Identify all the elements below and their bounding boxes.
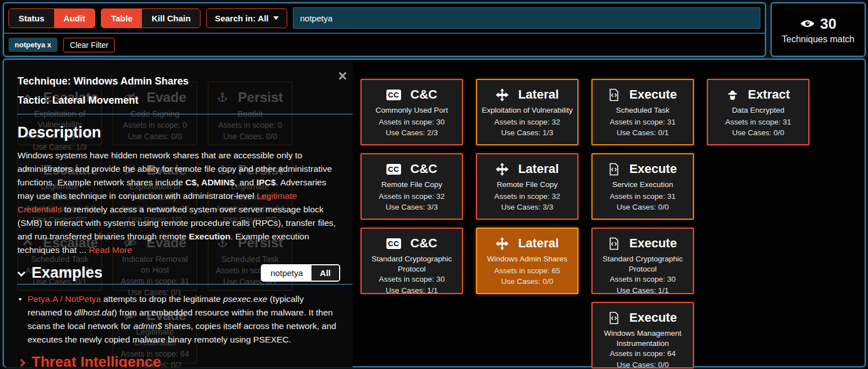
assets-in-scope: Assets in scope: 65: [494, 265, 560, 277]
kill-chain-tab[interactable]: Kill Chain: [142, 9, 200, 28]
assets-in-scope: Assets in scope: 32: [379, 191, 444, 202]
assets-in-scope: Assets in scope: 31: [609, 191, 675, 202]
card-category: Execute: [629, 310, 676, 325]
technique-card[interactable]: LateralExploitation of VulnerabilityAsse…: [476, 79, 578, 145]
card-category: C&C: [411, 162, 438, 176]
audit-tab[interactable]: Audit: [54, 9, 95, 28]
examples-filter-notpetya-button[interactable]: notpetya: [262, 265, 311, 281]
file-code-icon: [608, 163, 620, 176]
technique-card[interactable]: CCC&CCommonly Used PortAssets in scope: …: [360, 79, 463, 145]
move-icon: [496, 88, 509, 101]
search-scope-label: Search in: All: [215, 14, 268, 23]
eye-icon: [800, 15, 815, 33]
search-scope-dropdown[interactable]: Search in: All: [206, 8, 287, 28]
technique-detail-panel: EscalateExploitation of VulnerabilityAss…: [5, 61, 353, 367]
move-icon: [496, 237, 509, 250]
card-category: Lateral: [518, 87, 559, 102]
technique-card[interactable]: ExecuteService ExecutionAssets in scope:…: [591, 153, 694, 220]
card-stats: Assets in scope: 31Use Cases: 0/0: [609, 191, 675, 213]
card-technique-name: Data Encrypted: [732, 105, 784, 115]
assets-in-scope: Assets in scope: 31: [725, 117, 791, 128]
match-count: 30: [820, 15, 836, 33]
card-technique-name: Windows Management Instrumentation: [597, 328, 688, 348]
clear-filter-button[interactable]: Clear Filter: [63, 38, 115, 52]
card-technique-name: Exploitation of Vulnerability: [482, 105, 573, 115]
status-audit-toggle: Status Audit: [8, 8, 95, 28]
search-input[interactable]: [293, 7, 760, 29]
divider: [17, 114, 353, 114]
card-category: Lateral: [518, 162, 559, 176]
link[interactable]: Read More: [89, 245, 132, 255]
threat-intel-heading[interactable]: Threat Intelligence: [17, 353, 340, 367]
card-technique-name: Standard Cryptographic Protocol: [597, 254, 688, 274]
chevron-right-icon: [17, 359, 25, 367]
card-stats: Assets in scope: 32Use Cases: 1/3: [494, 117, 560, 139]
technique-title: Technique: Windows Admin Shares: [17, 75, 340, 87]
card-technique-name: Scheduled Task: [616, 105, 669, 115]
use-cases: Use Cases: 1/1: [609, 285, 675, 296]
card-technique-name: Remote File Copy: [381, 180, 442, 190]
card-stats: Assets in scope: 30Use Cases: 2/3: [379, 117, 444, 139]
card-stats: Assets in scope: 31Use Cases: 0/0: [725, 117, 791, 139]
description-heading: Description: [17, 124, 340, 141]
assets-in-scope: Assets in scope: 32: [494, 191, 560, 202]
card-stats: Assets in scope: 31Use Cases: 0/1: [609, 117, 675, 139]
cc-icon: CC: [386, 90, 401, 100]
tactic-title: Tactic: Lateral Movement: [17, 95, 340, 106]
close-icon[interactable]: ×: [338, 69, 347, 84]
use-cases: Use Cases: 1/1: [379, 285, 444, 296]
technique-card[interactable]: ExtractData EncryptedAssets in scope: 31…: [707, 79, 809, 145]
technique-card[interactable]: ExecuteStandard Cryptographic ProtocolAs…: [591, 228, 694, 294]
caret-down-icon: [273, 16, 279, 20]
link[interactable]: Petya.A / NotPetya: [28, 294, 101, 304]
examples-filter-toggle: notpetya All: [261, 264, 340, 282]
technique-card[interactable]: CCC&CStandard Cryptographic ProtocolAsse…: [360, 228, 463, 294]
examples-heading[interactable]: Examples: [17, 264, 103, 282]
use-cases: Use Cases: 0/0: [609, 359, 675, 369]
cc-icon: CC: [386, 164, 401, 175]
use-cases: Use Cases: 0/0: [494, 276, 560, 287]
use-cases: Use Cases: 0/0: [725, 127, 791, 139]
use-cases: Use Cases: 0/1: [609, 127, 675, 139]
table-tab[interactable]: Table: [101, 9, 142, 28]
technique-card[interactable]: LateralWindows Admin SharesAssets in sco…: [476, 228, 578, 294]
examples-filter-all-button[interactable]: All: [311, 265, 339, 281]
technique-card[interactable]: ExecuteWindows Management Instrumentatio…: [591, 302, 694, 368]
status-tab[interactable]: Status: [9, 9, 54, 28]
card-category: C&C: [411, 236, 438, 251]
divider: [17, 284, 353, 284]
card-category: C&C: [411, 87, 438, 102]
card-category: Lateral: [518, 236, 559, 251]
techniques-match-box: 30 Techniques match: [771, 2, 866, 57]
file-code-icon: [608, 88, 620, 101]
use-cases: Use Cases: 1/3: [494, 127, 560, 139]
assets-in-scope: Assets in scope: 30: [379, 274, 444, 285]
card-technique-name: Windows Admin Shares: [487, 254, 568, 264]
card-stats: Assets in scope: 30Use Cases: 1/1: [379, 274, 444, 296]
assets-in-scope: Assets in scope: 30: [609, 274, 675, 285]
use-cases: Use Cases: 3/3: [379, 202, 444, 213]
filter-chip[interactable]: notpetya x: [8, 38, 57, 52]
toolbar-row: Status Audit Table Kill Chain Search in:…: [4, 3, 765, 34]
technique-card[interactable]: CCC&CRemote File CopyAssets in scope: 32…: [360, 153, 463, 220]
assets-in-scope: Assets in scope: 32: [494, 117, 560, 128]
card-stats: Assets in scope: 32Use Cases: 3/3: [494, 191, 560, 213]
technique-card[interactable]: ExecuteScheduled TaskAssets in scope: 31…: [591, 79, 694, 145]
assets-in-scope: Assets in scope: 30: [379, 117, 444, 128]
card-stats: Assets in scope: 64Use Cases: 0/0: [609, 348, 675, 369]
chevron-down-icon: [17, 269, 25, 277]
use-cases: Use Cases: 2/3: [379, 127, 444, 139]
spy-icon: [727, 89, 738, 101]
example-item: Petya.A / NotPetya attempts to drop the …: [17, 292, 340, 346]
table-killchain-toggle: Table Kill Chain: [101, 8, 201, 28]
use-cases: Use Cases: 3/3: [494, 202, 560, 213]
assets-in-scope: Assets in scope: 31: [609, 117, 675, 128]
examples-list: Petya.A / NotPetya attempts to drop the …: [17, 292, 340, 346]
technique-card-grid: CCC&CCommonly Used PortAssets in scope: …: [360, 79, 809, 368]
technique-card[interactable]: LateralRemote File CopyAssets in scope: …: [476, 153, 578, 220]
description-text: Windows systems have hidden network shar…: [17, 149, 340, 257]
card-stats: Assets in scope: 30Use Cases: 1/1: [609, 274, 675, 296]
assets-in-scope: Assets in scope: 64: [609, 348, 675, 359]
card-technique-name: Service Execution: [612, 180, 673, 190]
card-category: Execute: [629, 87, 676, 102]
